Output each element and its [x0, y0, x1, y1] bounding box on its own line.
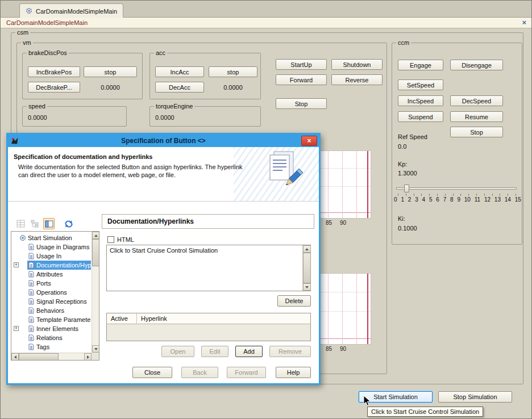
- textarea-scroll-thumb[interactable]: [303, 253, 311, 283]
- edit-button[interactable]: Edit: [201, 346, 228, 357]
- tree-item-operations[interactable]: Operations: [12, 288, 91, 297]
- tree-vscroll-thumb[interactable]: [92, 239, 99, 266]
- forward-button[interactable]: Forward: [276, 74, 327, 85]
- dialog-close-icon[interactable]: ×: [301, 136, 317, 146]
- open-button[interactable]: Open: [161, 346, 194, 357]
- tree-expander-icon[interactable]: +: [14, 326, 19, 331]
- tree-item-documentation-hyperlinks[interactable]: + Documentation/Hyp: [12, 261, 91, 270]
- kp-slider-thumb[interactable]: [404, 185, 409, 192]
- column-divider: [136, 313, 137, 324]
- button-element-icon: [19, 234, 26, 242]
- tree-item-start-simulation[interactable]: Start Simulation: [12, 233, 91, 242]
- tick-label: 10: [464, 196, 471, 203]
- properties-table-icon[interactable]: [15, 218, 26, 229]
- torqueengine-value: 0.0000: [155, 114, 174, 121]
- tree-item-usage-in[interactable]: Usage In: [12, 252, 91, 261]
- tree-item-template-parameters[interactable]: Template Paramete: [12, 315, 91, 324]
- html-checkbox[interactable]: [107, 236, 114, 243]
- tree-item-relations[interactable]: Relations: [12, 333, 91, 342]
- speed-group-label: speed: [27, 102, 47, 110]
- dialog-title: Specification of Button <>: [121, 137, 206, 145]
- scroll-up-icon[interactable]: [92, 232, 99, 239]
- chart-x-tick: 90: [340, 220, 346, 226]
- kp-slider-ticklabels: 0 1 2 3 4 5 6 7 8 9 10 11 12 13 14 15: [394, 196, 521, 203]
- tree-item-inner-elements[interactable]: + Inner Elements: [12, 324, 91, 333]
- hyperlink-table-header: Active Hyperlink: [107, 313, 310, 324]
- tree-item-attributes[interactable]: Attributes: [12, 270, 91, 279]
- ccm-group-label: ccm: [396, 39, 411, 47]
- ccm-stop-button[interactable]: Stop: [450, 127, 503, 137]
- documentation-textarea[interactable]: Click to Start Cruise Control Simulation: [106, 245, 311, 291]
- document-icon: [28, 262, 34, 270]
- add-button[interactable]: Add: [235, 346, 263, 357]
- diagram-icon: [26, 7, 32, 15]
- vm-stop-button[interactable]: Stop: [276, 98, 327, 109]
- document-icon: [28, 298, 34, 306]
- intro-description-line1: Write documentation for the selected But…: [18, 164, 243, 170]
- close-button[interactable]: Close: [132, 367, 172, 378]
- close-icon[interactable]: ×: [522, 18, 526, 27]
- resume-button[interactable]: Resume: [450, 111, 503, 122]
- acc-stop-button[interactable]: stop: [209, 66, 257, 77]
- dialog-titlebar[interactable]: Specification of Button <> ×: [8, 135, 319, 147]
- scroll-up-icon[interactable]: [303, 245, 311, 253]
- column-header-active: Active: [111, 315, 128, 322]
- decbrakepos-button[interactable]: DecBrakeP...: [28, 82, 80, 93]
- tick-label: 2: [408, 196, 412, 203]
- tab-cardomainmodelsimplemain[interactable]: CarDomainModelSimpleMain: [19, 3, 123, 18]
- engage-button[interactable]: Engage: [398, 60, 443, 70]
- tick-label: 15: [515, 196, 521, 203]
- scrollbar-corner: [92, 353, 99, 360]
- document-icon: [28, 316, 34, 324]
- help-button[interactable]: Help: [276, 367, 311, 378]
- diagram-header: CarDomainModelSimpleMain ×: [1, 18, 531, 28]
- tree-item-usage-in-diagrams[interactable]: Usage in Diagrams: [12, 242, 91, 252]
- decacc-button[interactable]: DecAcc: [155, 82, 204, 93]
- stop-simulation-button[interactable]: Stop Simulation: [438, 391, 512, 403]
- delete-button[interactable]: Delete: [277, 295, 311, 307]
- scroll-down-icon[interactable]: [92, 345, 99, 353]
- kp-value: 1.3000: [398, 170, 417, 177]
- kp-slider[interactable]: [396, 185, 517, 192]
- tree-item-signal-receptions[interactable]: Signal Receptions: [12, 297, 91, 306]
- remove-button[interactable]: Remove: [269, 346, 311, 357]
- reverse-button[interactable]: Reverse: [331, 74, 383, 85]
- incspeed-button[interactable]: IncSpeed: [398, 95, 443, 106]
- intro-description-line2: can direct the user to a model element, …: [18, 171, 176, 178]
- ki-label: Ki:: [398, 215, 405, 222]
- documentation-text: Click to Start Cruise Control Simulation: [110, 247, 300, 254]
- kp-slider-track[interactable]: [396, 187, 517, 190]
- decspeed-button[interactable]: DecSpeed: [450, 95, 503, 106]
- scroll-right-icon[interactable]: [84, 353, 92, 361]
- incacc-button[interactable]: IncAcc: [155, 66, 204, 77]
- tree-hscroll-thumb[interactable]: [19, 353, 59, 361]
- refresh-icon[interactable]: [63, 218, 74, 229]
- document-icon: [28, 289, 34, 297]
- setspeed-button[interactable]: SetSpeed: [398, 79, 443, 90]
- brake-stop-button[interactable]: stop: [84, 66, 137, 77]
- tab-label: CarDomainModelSimpleMain: [36, 8, 117, 15]
- suspend-button[interactable]: Suspend: [398, 111, 443, 122]
- tree-item-behaviors[interactable]: Behaviors: [12, 306, 91, 315]
- shutdown-button[interactable]: Shutdown: [331, 59, 383, 70]
- tick-label: 8: [450, 196, 454, 203]
- scroll-left-icon[interactable]: [11, 353, 19, 361]
- startup-button[interactable]: StartUp: [276, 59, 327, 70]
- tree-expander-icon[interactable]: +: [14, 262, 19, 267]
- document-icon: [28, 271, 34, 279]
- tree-item-ports[interactable]: Ports: [12, 279, 91, 288]
- textarea-scrollbar[interactable]: [302, 245, 310, 291]
- tree-horizontal-scrollbar[interactable]: [11, 353, 92, 360]
- scroll-down-icon[interactable]: [303, 283, 311, 291]
- tree-item-tags[interactable]: Tags: [12, 342, 91, 351]
- incbrakepos-button[interactable]: IncBrakePos: [28, 66, 80, 77]
- tree-vertical-scrollbar[interactable]: [92, 232, 99, 353]
- acc-group-label: acc: [154, 49, 167, 57]
- standard-mode-icon[interactable]: [43, 218, 55, 229]
- tree-view-icon[interactable]: [29, 218, 40, 229]
- dialog-body: Specification of documentation and hyper…: [8, 147, 319, 383]
- column-header-hyperlink: Hyperlink: [141, 315, 167, 322]
- disengage-button[interactable]: Disengage: [450, 60, 503, 70]
- back-button[interactable]: Back: [181, 367, 218, 378]
- forward-button[interactable]: Forward: [227, 367, 266, 378]
